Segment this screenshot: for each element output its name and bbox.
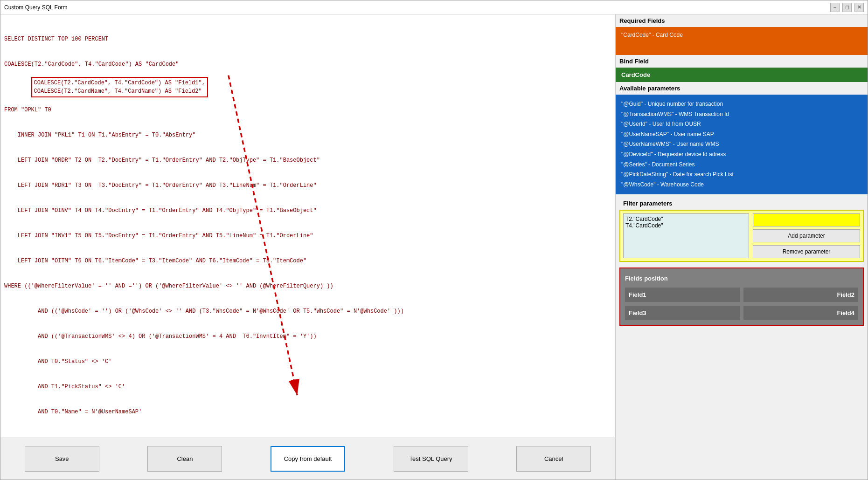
filter-controls: Add parameter Remove parameter [753, 213, 860, 258]
required-fields-content: "CardCode" - Card Code [621, 32, 683, 38]
close-button[interactable]: ✕ [854, 3, 864, 12]
sql-line-15: AND T0."Name" = N'@UserNameSAP' [4, 408, 611, 416]
filter-list-item-2[interactable]: T4."CardCode" [625, 222, 747, 229]
sql-line-4: INNER JOIN "PKL1" T1 ON T1."AbsEntry" = … [4, 131, 611, 139]
add-parameter-button[interactable]: Add parameter [753, 229, 860, 242]
param-item-1: "@Guid" - Unique number for transaction [621, 99, 862, 110]
bottom-toolbar: Save Clean Copy from default Test SQL Qu… [0, 438, 615, 480]
sql-line-9: LEFT JOIN "OITM" T6 ON T6."ItemCode" = T… [4, 257, 611, 265]
filter-parameter-input[interactable] [753, 213, 860, 226]
sql-line-10: WHERE (('@WhereFilterValue' = '' AND =''… [4, 282, 611, 290]
required-fields-box: "CardCode" - Card Code [616, 27, 868, 55]
filter-parameters-inner: T2."CardCode" T4."CardCode" Add paramete… [619, 210, 864, 262]
field-item-3: Field3 [625, 306, 740, 320]
fields-grid: Field1 Field2 Field3 Field4 [625, 288, 858, 320]
param-item-6: "@DeviceId" - Requester device Id adress [621, 150, 862, 160]
param-item-3: "@UserId" - User Id from OUSR [621, 119, 862, 130]
param-item-2: "@TransactionWMS" - WMS Transaction Id [621, 110, 862, 120]
filter-parameters-title: Filter parameters [619, 197, 864, 210]
window-controls: − ◻ ✕ [830, 3, 864, 12]
remove-parameter-button[interactable]: Remove parameter [753, 245, 860, 258]
field-item-4: Field4 [743, 306, 858, 320]
param-item-5: "@UserNameWMS" - User name WMS [621, 139, 862, 150]
sql-line-6: LEFT JOIN "RDR1" T3 ON T3."DocEntry" = T… [4, 181, 611, 190]
main-window: Custom Query SQL Form − ◻ ✕ SELECT DISTI… [0, 0, 868, 480]
sql-line-7: LEFT JOIN "OINV" T4 ON T4."DocEntry" = T… [4, 206, 611, 215]
param-item-7: "@Series" - Document Series [621, 160, 862, 170]
sql-highlighted-block: COALESCE(T2."CardCode", T4."CardCode") A… [31, 77, 208, 97]
param-item-9: "@WhsCode" - Warehouse Code [621, 180, 862, 190]
filter-parameters-list[interactable]: T2."CardCode" T4."CardCode" [623, 213, 749, 258]
right-panel: Required Fields "CardCode" - Card Code B… [616, 14, 868, 480]
fields-position-section: Fields position Field1 Field2 Field3 Fie… [619, 267, 864, 326]
sql-line-2: COALESCE(T2."CardCode", T4."CardCode") A… [4, 60, 611, 69]
field-item-1: Field1 [625, 288, 740, 302]
save-button[interactable]: Save [25, 446, 99, 472]
main-content: SELECT DISTINCT TOP 100 PERCENT COALESCE… [0, 14, 868, 480]
sql-line-14: AND T1."PickStatus" <> 'C' [4, 383, 611, 391]
clean-button[interactable]: Clean [147, 446, 222, 472]
title-bar: Custom Query SQL Form − ◻ ✕ [0, 0, 868, 14]
bind-field-value: CardCode [621, 71, 650, 78]
required-fields-title: Required Fields [616, 14, 868, 27]
available-parameters-box: "@Guid" - Unique number for transaction … [616, 95, 868, 194]
required-fields-section: Required Fields "CardCode" - Card Code [616, 14, 868, 55]
sql-line-5: LEFT JOIN "ORDR" T2 ON T2."DocEntry" = T… [4, 156, 611, 165]
sql-editor[interactable]: SELECT DISTINCT TOP 100 PERCENT COALESCE… [0, 14, 615, 438]
test-sql-query-button[interactable]: Test SQL Query [394, 446, 468, 472]
available-parameters-section: Available parameters "@Guid" - Unique nu… [616, 82, 868, 194]
filter-parameters-section: Filter parameters T2."CardCode" T4."Card… [616, 194, 868, 265]
window-title: Custom Query SQL Form [4, 4, 68, 11]
param-item-4: "@UserNameSAP" - User name SAP [621, 130, 862, 140]
copy-from-default-button[interactable]: Copy from default [271, 446, 345, 472]
bind-field-box: CardCode [616, 68, 868, 82]
sql-panel: SELECT DISTINCT TOP 100 PERCENT COALESCE… [0, 14, 616, 480]
sql-line-8: LEFT JOIN "INV1" T5 ON T5."DocEntry" = T… [4, 232, 611, 240]
sql-line-3: FROM "OPKL" T0 [4, 106, 611, 114]
cancel-button[interactable]: Cancel [516, 446, 591, 472]
bind-field-title: Bind Field [616, 55, 868, 68]
sql-line-11: AND (('@WhsCode' = '') OR ('@WhsCode' <>… [4, 307, 611, 315]
fields-position-title: Fields position [625, 273, 858, 284]
filter-list-item-1[interactable]: T2."CardCode" [625, 216, 747, 222]
sql-line-13: AND T0."Status" <> 'C' [4, 357, 611, 366]
restore-button[interactable]: ◻ [842, 3, 852, 12]
minimize-button[interactable]: − [830, 3, 840, 12]
sql-line-12: AND (('@TransactionWMS' <> 4) OR ('@Tran… [4, 332, 611, 341]
available-parameters-title: Available parameters [616, 82, 868, 95]
field-item-2: Field2 [743, 288, 858, 302]
bind-field-section: Bind Field CardCode [616, 55, 868, 82]
sql-line-1: SELECT DISTINCT TOP 100 PERCENT [4, 35, 611, 43]
param-item-8: "@PickDateString" - Date for search Pick… [621, 170, 862, 180]
